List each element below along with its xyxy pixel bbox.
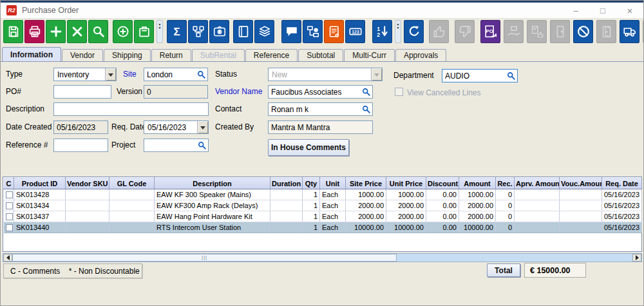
legend-box: C - Comments * - Non Discountable: [3, 263, 142, 278]
add-line-button[interactable]: [46, 20, 66, 43]
date-created-value: 05/16/2023: [57, 123, 95, 132]
scrollbar-thumb[interactable]: |||: [12, 254, 397, 262]
row-checkbox[interactable]: [6, 191, 13, 198]
column-header-description[interactable]: Description: [155, 178, 270, 189]
project-input[interactable]: [144, 139, 209, 152]
column-header-gl-code[interactable]: GL Code: [109, 178, 155, 189]
case-view-button[interactable]: [209, 20, 229, 43]
table-row[interactable]: SK013434EAW KF300 Amp Rack (Delays)1Each…: [4, 200, 642, 211]
site-input[interactable]: London: [144, 68, 208, 81]
column-header-vouc-amount[interactable]: Vouc.Amount: [560, 178, 602, 189]
row-checkbox[interactable]: [6, 202, 13, 209]
column-header-duration[interactable]: Duration: [270, 178, 303, 189]
site-label[interactable]: Site: [123, 70, 137, 79]
contact-input[interactable]: Ronan m k: [268, 102, 373, 116]
req-date-dropdown-arrow-icon[interactable]: [197, 121, 208, 133]
refresh-button[interactable]: [404, 20, 424, 43]
count-123-button[interactable]: 123: [345, 20, 365, 43]
reference-label: Reference #: [6, 140, 48, 149]
column-header-unit-price[interactable]: Unit Price: [386, 178, 426, 189]
overflow-1-button[interactable]: ▼▼: [156, 20, 163, 43]
in-house-comments-button[interactable]: In House Comments: [268, 139, 349, 156]
project-label: Project: [111, 140, 135, 149]
department-input[interactable]: AUDIO: [442, 69, 518, 82]
summary-button[interactable]: Σ: [167, 20, 187, 43]
row-checkbox[interactable]: [6, 224, 13, 231]
kit-breakdown-button[interactable]: [188, 20, 208, 43]
column-header-req-date[interactable]: Req. Date: [602, 178, 642, 189]
description-input[interactable]: [53, 102, 209, 116]
approve-button: [429, 20, 449, 43]
column-header-product-id[interactable]: Product ID: [14, 178, 66, 189]
tab-return[interactable]: Return: [151, 49, 191, 61]
horizontal-scrollbar[interactable]: |||: [3, 253, 642, 262]
tab-vendor[interactable]: Vendor: [62, 49, 103, 61]
workflow-view-button[interactable]: [303, 20, 323, 43]
tab-shipping[interactable]: Shipping: [104, 49, 151, 61]
vendor-name-label[interactable]: Vendor Name: [215, 87, 262, 96]
po-number-input[interactable]: [53, 85, 111, 99]
print-button[interactable]: [24, 20, 44, 43]
site-search-icon[interactable]: [196, 70, 206, 79]
table-row[interactable]: SK013428EAW KF 300 Speaker (Mains)1Each1…: [4, 189, 642, 200]
total-button[interactable]: Total: [487, 263, 520, 277]
po-convert-button[interactable]: PO: [480, 20, 500, 43]
close-button[interactable]: ×: [616, 3, 643, 18]
tab-reference[interactable]: Reference: [245, 49, 298, 61]
maximize-button[interactable]: □: [589, 3, 616, 18]
layers-view-button[interactable]: [254, 20, 274, 43]
total-value-field: € 15000.00: [524, 263, 586, 278]
ship-truck-button[interactable]: [620, 20, 639, 43]
status-dropdown-arrow-icon: [371, 68, 382, 81]
contact-label: Contact: [215, 104, 242, 113]
sort-button[interactable]: 12: [372, 20, 392, 43]
status-label: Status: [215, 70, 237, 79]
contact-search-icon[interactable]: [361, 104, 371, 114]
cancel-button[interactable]: [573, 20, 593, 43]
table-row[interactable]: SK013440RTS Intercom User Station1Each10…: [4, 222, 642, 233]
status-value: New: [268, 68, 383, 81]
comments-button[interactable]: [281, 20, 301, 43]
zoom-in-button[interactable]: [113, 20, 133, 43]
view-cancelled-checkbox: [395, 88, 403, 96]
notes-button[interactable]: [324, 20, 344, 43]
department-search-icon[interactable]: [506, 71, 516, 81]
line-items-grid: CProduct IDVendor SKUGL CodeDescriptionD…: [3, 177, 642, 252]
column-header-qty[interactable]: Qty: [303, 178, 320, 189]
app-logo-icon: R2: [6, 5, 17, 15]
tab-subtotal[interactable]: Subtotal: [298, 49, 343, 61]
vendor-name-input[interactable]: Faucibus Associates: [268, 85, 373, 99]
column-header-unit[interactable]: Unit: [320, 178, 346, 189]
type-dropdown-arrow-icon[interactable]: [105, 68, 116, 81]
column-header-aprv-amount[interactable]: Aprv. Amount: [515, 178, 560, 189]
table-row[interactable]: SK013437EAW Hang Point Hardware Kit1Each…: [4, 211, 642, 222]
project-search-icon[interactable]: [197, 140, 207, 150]
column-header-rec-[interactable]: Rec.: [496, 178, 515, 189]
row-checkbox[interactable]: [6, 213, 13, 220]
tab-information[interactable]: Information: [2, 47, 61, 61]
book-button[interactable]: [233, 20, 253, 43]
tab-approvals[interactable]: Approvals: [395, 49, 446, 61]
package-button[interactable]: [134, 20, 154, 43]
delete-line-button[interactable]: [67, 20, 87, 43]
reject-button: [455, 20, 475, 43]
tab-multi-curr[interactable]: Multi-Curr: [344, 49, 395, 61]
req-date-select[interactable]: 05/16/2023: [144, 120, 209, 134]
column-header-c[interactable]: C: [4, 178, 14, 189]
scroll-left-arrow-icon[interactable]: [3, 254, 12, 262]
description-label: Description: [6, 104, 44, 113]
save-button[interactable]: [3, 20, 23, 43]
column-header-vendor-sku[interactable]: Vendor SKU: [66, 178, 109, 189]
vendor-search-icon[interactable]: [361, 87, 371, 97]
type-select[interactable]: Inventory: [53, 68, 117, 81]
column-header-site-price[interactable]: Site Price: [346, 178, 386, 189]
site-value: London: [147, 70, 173, 79]
column-header-amount[interactable]: Amount: [459, 178, 496, 189]
vendor-name-value: Faucibus Associates: [271, 88, 341, 97]
reference-input[interactable]: [53, 139, 108, 152]
scroll-right-arrow-icon[interactable]: [632, 254, 641, 262]
search-button[interactable]: [88, 20, 108, 43]
overflow-2-button[interactable]: ▼▼: [395, 20, 401, 43]
minimize-button[interactable]: –: [562, 3, 589, 18]
column-header-discount[interactable]: Discount: [426, 178, 459, 189]
